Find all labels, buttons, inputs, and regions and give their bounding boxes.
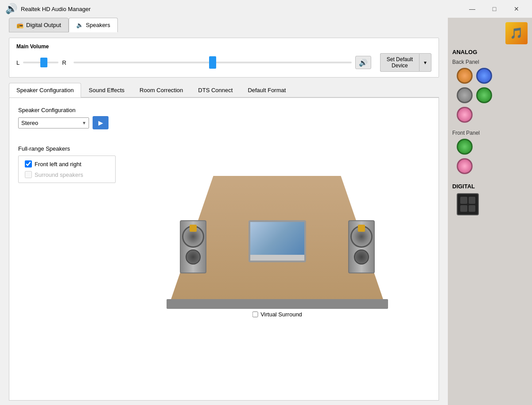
jack-green[interactable]	[476, 87, 492, 103]
speakers-label: Speakers	[86, 22, 110, 28]
digital-output-icon: 📻	[16, 22, 23, 28]
window-title: Realtek HD Audio Manager	[21, 6, 91, 12]
mute-button[interactable]: 🔊	[355, 56, 371, 69]
left-speaker	[180, 220, 206, 273]
title-bar-controls: — □ ✕	[462, 2, 527, 16]
tv-screen	[250, 222, 304, 255]
tab-digital-output[interactable]: 📻 Digital Output	[9, 18, 69, 32]
speaker-top-right	[358, 225, 365, 232]
volume-row: L R 🔊 Set DefaultDevice ▼	[16, 53, 431, 72]
tab-dts-connect[interactable]: DTS Connect	[190, 83, 240, 97]
maximize-button[interactable]: □	[484, 2, 505, 16]
digital-cell-4	[469, 205, 476, 212]
left-channel-label: L	[16, 59, 19, 66]
main-container: 📻 Digital Output 🔈 Speakers Main Volume …	[0, 18, 532, 405]
tab-speaker-configuration[interactable]: Speaker Configuration	[9, 83, 81, 97]
speaker-top-left	[190, 225, 197, 232]
right-sidebar: 🎵 ANALOG Back Panel Front Panel DIGITAL	[448, 18, 532, 405]
realtek-sidebar-logo: 🎵	[505, 22, 528, 44]
checkbox-group: Front left and right Surround speakers	[18, 156, 116, 183]
digital-cell-3	[460, 205, 467, 212]
front-jack-pink[interactable]	[457, 158, 473, 174]
jack-pink[interactable]	[457, 107, 473, 123]
stage-rim	[167, 299, 388, 309]
tab-speakers[interactable]: 🔈 Speakers	[69, 18, 118, 32]
jack-blue[interactable]	[476, 68, 492, 84]
tab-default-format[interactable]: Default Format	[240, 83, 293, 97]
device-tabs: 📻 Digital Output 🔈 Speakers	[9, 18, 439, 32]
digital-cell-2	[469, 197, 476, 204]
digital-section-label: DIGITAL	[452, 183, 528, 190]
front-lr-checkbox[interactable]	[25, 160, 32, 167]
surround-checkbox-row[interactable]: Surround speakers	[25, 171, 109, 178]
config-section-label: Speaker Configuration	[18, 107, 116, 113]
front-panel-label: Front Panel	[452, 130, 480, 136]
speaker-config-section: Speaker Configuration Stereo Quadraphoni…	[18, 107, 430, 391]
right-speaker	[348, 220, 375, 273]
virtual-surround-row: Virtual Surround	[252, 311, 302, 318]
fullrange-title: Full-range Speakers	[18, 145, 116, 152]
analog-section-label: ANALOG	[452, 49, 477, 55]
volume-label: Main Volume	[16, 43, 431, 50]
balance-slider[interactable]	[23, 62, 58, 63]
mute-icon: 🔊	[359, 58, 368, 67]
virtual-surround-label: Virtual Surround	[260, 311, 302, 318]
play-test-button[interactable]	[93, 116, 109, 129]
close-button[interactable]: ✕	[506, 2, 527, 16]
left-controls: Speaker Configuration Stereo Quadraphoni…	[18, 107, 116, 391]
speaker-config-select[interactable]: Stereo Quadraphonic 5.1 Surround 7.1 Sur…	[18, 117, 89, 129]
tv-monitor	[249, 220, 306, 262]
config-select-wrapper: Stereo Quadraphonic 5.1 Surround 7.1 Sur…	[18, 117, 89, 129]
set-default-button[interactable]: Set DefaultDevice	[380, 53, 419, 72]
jack-gray[interactable]	[457, 87, 473, 103]
front-lr-checkbox-row[interactable]: Front left and right	[25, 160, 109, 167]
stage-container: Virtual Surround	[167, 171, 388, 327]
front-jack-green[interactable]	[457, 139, 473, 155]
content-area: Speaker Configuration Stereo Quadraphoni…	[9, 98, 439, 401]
volume-section: Main Volume L R 🔊 Set DefaultDevice ▼	[9, 38, 439, 78]
front-panel-jacks	[457, 139, 473, 174]
app-icon: 🔊	[5, 3, 17, 15]
title-bar: 🔊 Realtek HD Audio Manager — □ ✕	[0, 0, 532, 18]
surround-label: Surround speakers	[35, 171, 83, 178]
digital-output-label: Digital Output	[26, 22, 61, 28]
jack-orange[interactable]	[457, 68, 473, 84]
digital-cell-1	[460, 197, 467, 204]
tab-room-correction[interactable]: Room Correction	[132, 83, 190, 97]
content-tabs: Speaker Configuration Sound Effects Room…	[9, 83, 439, 98]
back-panel-label: Back Panel	[452, 59, 479, 65]
set-default-dropdown[interactable]: ▼	[419, 53, 431, 72]
config-select-row: Stereo Quadraphonic 5.1 Surround 7.1 Sur…	[18, 116, 116, 129]
front-lr-label: Front left and right	[35, 161, 82, 167]
config-section: Speaker Configuration Stereo Quadraphoni…	[18, 107, 116, 129]
digital-section: DIGITAL	[452, 183, 528, 215]
fullrange-section: Full-range Speakers Front left and right…	[18, 145, 116, 183]
tab-sound-effects[interactable]: Sound Effects	[81, 83, 132, 97]
set-default-group: Set DefaultDevice ▼	[380, 53, 431, 72]
speaker-visualization: Virtual Surround	[124, 107, 430, 391]
main-volume-slider[interactable]	[74, 62, 352, 63]
back-panel-jacks	[457, 68, 492, 123]
right-channel-label: R	[62, 59, 66, 66]
left-panel: 📻 Digital Output 🔈 Speakers Main Volume …	[0, 18, 448, 405]
sidebar-logo-area: 🎵	[452, 22, 528, 44]
virtual-surround-checkbox[interactable]	[252, 312, 258, 317]
title-bar-left: 🔊 Realtek HD Audio Manager	[5, 3, 91, 15]
digital-port[interactable]	[457, 193, 479, 215]
surround-checkbox[interactable]	[25, 171, 32, 178]
speakers-icon: 🔈	[76, 22, 83, 28]
minimize-button[interactable]: —	[462, 2, 482, 16]
